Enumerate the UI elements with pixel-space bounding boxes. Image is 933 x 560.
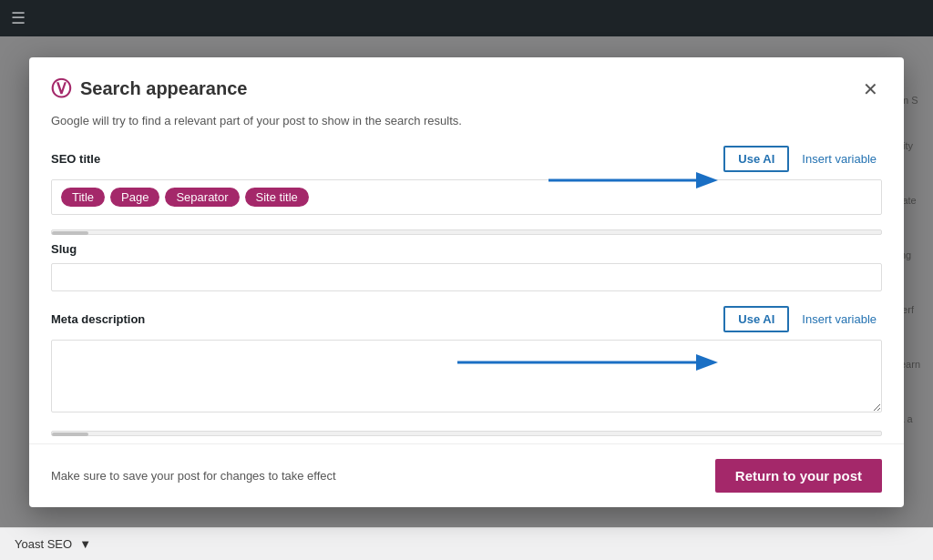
meta-description-insert-variable-button[interactable]: Insert variable [796, 308, 882, 331]
meta-description-section: Meta description Use AI Insert variable [51, 306, 882, 416]
tag-site-title[interactable]: Site title [245, 188, 309, 207]
meta-description-actions: Use AI Insert variable [723, 306, 882, 332]
modal-backdrop: Ⓥ Search appearance ✕ Google will try to… [0, 36, 933, 527]
tag-title[interactable]: Title [61, 188, 105, 207]
slug-section: Slug [51, 242, 882, 291]
search-appearance-modal: Ⓥ Search appearance ✕ Google will try to… [29, 57, 904, 507]
seo-title-label: SEO title [51, 152, 100, 166]
bottom-bar-label: Yoast SEO [15, 537, 72, 551]
seo-title-header: SEO title Use AI Insert variable [51, 146, 882, 172]
scroll-indicator [51, 229, 882, 235]
menu-icon[interactable]: ☰ [11, 8, 26, 28]
modal-description: Google will try to find a relevant part … [51, 114, 882, 127]
bottom-bar: Yoast SEO ▼ [0, 527, 933, 560]
slug-header: Slug [51, 242, 882, 256]
footer-note: Make sure to save your post for changes … [51, 469, 336, 483]
tag-separator[interactable]: Separator [165, 188, 239, 207]
bottom-bar-expand-icon[interactable]: ▼ [79, 537, 91, 551]
bottom-scroll-indicator [51, 431, 882, 436]
close-button[interactable]: ✕ [859, 76, 882, 102]
meta-description-textarea[interactable] [51, 340, 882, 412]
meta-description-header: Meta description Use AI Insert variable [51, 306, 882, 332]
slug-input[interactable] [51, 263, 882, 291]
slug-label: Slug [51, 242, 77, 256]
seo-title-use-ai-button[interactable]: Use AI [723, 146, 789, 172]
tag-page[interactable]: Page [110, 188, 159, 207]
modal-title: Ⓥ Search appearance [51, 76, 247, 103]
seo-title-section: SEO title Use AI Insert variable Title P… [51, 146, 882, 215]
meta-description-use-ai-button[interactable]: Use AI [723, 306, 789, 332]
modal-body: Google will try to find a relevant part … [29, 114, 904, 436]
yoast-icon: Ⓥ [51, 76, 71, 103]
seo-title-actions: Use AI Insert variable [723, 146, 882, 172]
seo-title-tags-field[interactable]: Title Page Separator Site title [51, 179, 882, 215]
scroll-thumb [52, 231, 88, 235]
bottom-scroll-thumb [52, 433, 88, 436]
return-to-post-button[interactable]: Return to your post [715, 459, 882, 493]
admin-bar: ☰ [0, 0, 933, 36]
modal-title-text: Search appearance [80, 78, 247, 99]
seo-title-insert-variable-button[interactable]: Insert variable [796, 148, 882, 170]
modal-header: Ⓥ Search appearance ✕ [29, 57, 904, 114]
modal-footer: Make sure to save your post for changes … [29, 443, 904, 507]
meta-description-label: Meta description [51, 312, 145, 326]
